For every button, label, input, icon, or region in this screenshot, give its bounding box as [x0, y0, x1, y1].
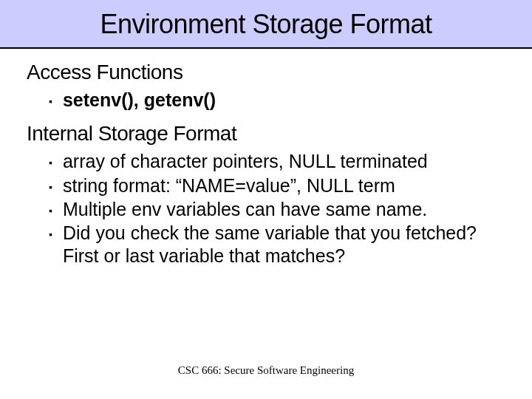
bullet-icon: ▪ [49, 205, 52, 218]
list-item: ▪ string format: “NAME=value”, NULL term [49, 174, 505, 197]
title-bar: Environment Storage Format [0, 0, 532, 49]
slide-title: Environment Storage Format [15, 9, 517, 40]
list-item: ▪ Multiple env variables can have same n… [49, 198, 505, 221]
list-item: ▪ array of character pointers, NULL term… [49, 150, 505, 173]
bullet-text: Did you check the same variable that you… [63, 222, 505, 268]
bullet-text: Multiple env variables can have same nam… [63, 198, 505, 221]
slide-footer: CSC 666: Secure Software Engineering [0, 364, 532, 377]
section-heading-0: Access Functions [27, 61, 505, 84]
bullet-list-1: ▪ array of character pointers, NULL term… [49, 150, 505, 267]
bullet-icon: ▪ [49, 95, 52, 109]
bullet-text: string format: “NAME=value”, NULL term [63, 174, 505, 197]
bullet-icon: ▪ [49, 181, 52, 194]
bullet-text: array of character pointers, NULL termin… [63, 150, 505, 173]
bullet-list-0: ▪ setenv(), getenv() [49, 89, 505, 112]
bullet-text: setenv(), getenv() [63, 89, 505, 112]
list-item: ▪ setenv(), getenv() [49, 89, 505, 112]
section-heading-1: Internal Storage Format [27, 122, 505, 146]
bullet-icon: ▪ [49, 157, 52, 170]
slide-content: Access Functions ▪ setenv(), getenv() In… [0, 49, 532, 268]
bullet-icon: ▪ [49, 228, 52, 242]
list-item: ▪ Did you check the same variable that y… [49, 222, 505, 268]
